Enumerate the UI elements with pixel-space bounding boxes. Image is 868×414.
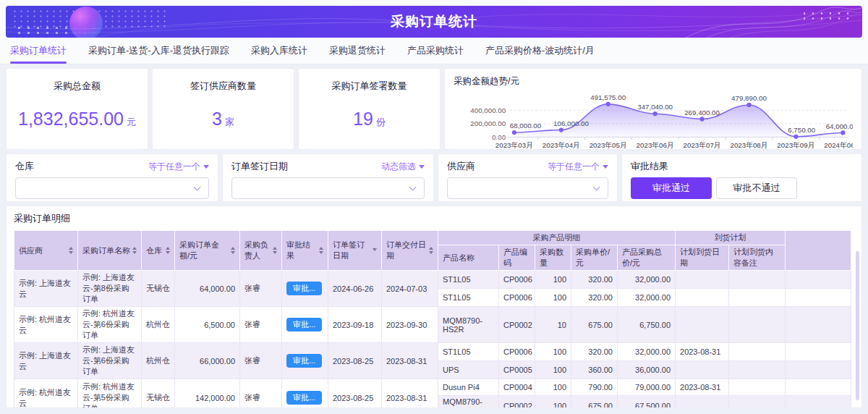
supplier-select[interactable] <box>447 177 608 199</box>
column-group-header: 到货计划 <box>676 231 786 245</box>
chart-title: 采购金额趋势/元 <box>454 75 853 88</box>
cell-empty <box>786 289 851 307</box>
cell-qty: 100 <box>535 361 571 379</box>
filters-row: 仓库 等于任意一个 订单签订日期 动态筛选 供应商 等于任意一个 审批结果 <box>6 153 862 202</box>
chevron-down-icon <box>194 184 201 191</box>
svg-text:400,000.00: 400,000.00 <box>470 106 506 114</box>
cell-total-price: 32,000.00 <box>618 343 676 361</box>
column-header: 产品名称 <box>438 245 499 271</box>
cell-qty: 10 <box>535 307 571 343</box>
sort-icon <box>373 248 377 253</box>
filter-condition-dropdown[interactable]: 等于任意一个 <box>148 161 209 173</box>
cell-product-code: CP0005 <box>499 361 535 379</box>
cell-unit-price: 675.00 <box>571 307 618 343</box>
cell-product-code: CP0006 <box>499 289 535 307</box>
column-header[interactable]: 订单签订日期 <box>328 231 382 271</box>
cell-product-name: ST1L05 <box>438 343 499 361</box>
cell-qty: 100 <box>535 271 571 289</box>
column-header[interactable]: 供应商 <box>14 231 78 271</box>
column-header[interactable]: 采购负责人 <box>240 231 282 271</box>
filter-label: 审批结果 <box>631 160 668 173</box>
cell-owner: 张睿 <box>240 343 282 379</box>
table-scrollbar[interactable] <box>856 251 859 400</box>
data-point <box>793 135 798 139</box>
stat-card-supplier-count: 签订供应商数量 3家 <box>152 68 294 150</box>
svg-text:200,000.00: 200,000.00 <box>470 119 506 127</box>
svg-text:491,575.00: 491,575.00 <box>590 93 626 101</box>
column-header[interactable]: 订单交付日期 <box>382 231 438 271</box>
approval-status-button[interactable]: 审批... <box>286 391 322 405</box>
filter-condition-dropdown[interactable]: 动态筛选 <box>381 161 425 173</box>
cell-warehouse: 杭州仓 <box>142 307 175 343</box>
cell-product-name: MQM8790-HS2R <box>438 307 499 343</box>
cell-plan-arrival-date <box>676 271 729 289</box>
tab-5[interactable]: 产品采购价格-波动统计/月 <box>485 38 595 64</box>
cell-delivery-date: 2023-08-31 <box>382 379 438 409</box>
cell-supplier: 示例: 上海道友云 <box>14 343 78 379</box>
order-detail-panel: 采购订单明细 供应商采购订单名称仓库采购订单金额/元采购负责人审批结果订单签订日… <box>6 206 862 408</box>
cell-unit-price: 675.00 <box>571 396 618 409</box>
svg-text:64,000.00: 64,000.00 <box>826 122 853 130</box>
warehouse-select[interactable] <box>15 177 209 199</box>
tab-1[interactable]: 采购订单-送货-入库-退货执行跟踪 <box>88 38 229 64</box>
cell-plan-arrival-note <box>729 361 786 379</box>
stat-value: 3家 <box>153 109 294 130</box>
caret-down-icon <box>603 165 608 172</box>
caret-down-icon <box>419 165 425 172</box>
approval-fail-button[interactable]: 审批不通过 <box>716 177 797 199</box>
tab-2[interactable]: 采购入库统计 <box>251 38 307 64</box>
sort-icon <box>273 245 277 256</box>
cell-approval: 审批... <box>282 343 328 379</box>
cell-supplier: 示例: 上海道友云 <box>14 271 78 307</box>
approval-pass-button[interactable]: 审批通过 <box>631 177 712 199</box>
data-point <box>841 130 845 135</box>
tab-3[interactable]: 采购退货统计 <box>329 38 386 64</box>
data-point <box>653 111 658 116</box>
column-header: 产品采购总价/元 <box>618 245 676 271</box>
main-content: 采购总金额 1,832,655.00元 签订供应商数量 3家 采购订单签署数量 … <box>0 64 868 414</box>
svg-text:347,040.00: 347,040.00 <box>637 103 673 111</box>
approval-status-button[interactable]: 审批... <box>286 318 322 331</box>
cell-delivery-date: 2024-07-03 <box>382 271 438 307</box>
column-header: 采购数量 <box>535 245 571 271</box>
approval-status-button[interactable]: 审批... <box>286 282 322 295</box>
cell-total-price: 32,000.00 <box>618 289 676 307</box>
cell-product-code: CP0002 <box>499 396 535 409</box>
svg-text:2023年09月: 2023年09月 <box>777 141 814 149</box>
cell-sign-date: 2023-08-25 <box>328 343 382 379</box>
cell-total-price: 79,000.00 <box>618 379 676 396</box>
tab-0[interactable]: 采购订单统计 <box>10 38 67 64</box>
cell-plan-arrival-note <box>729 271 786 289</box>
column-header[interactable]: 审批结果 <box>282 231 328 271</box>
cell-sign-date: 2024-06-26 <box>328 271 382 307</box>
filter-label: 订单签订日期 <box>231 160 288 173</box>
cell-supplier: 示例: 杭州道友云 <box>14 379 78 409</box>
filter-condition-dropdown[interactable]: 等于任意一个 <box>548 161 608 173</box>
stat-unit: 元 <box>127 117 136 127</box>
caret-down-icon <box>203 165 209 172</box>
tab-bar: 采购订单统计采购订单-送货-入库-退货执行跟踪采购入库统计采购退货统计产品采购统… <box>6 38 862 64</box>
table-title: 采购订单明细 <box>14 212 854 225</box>
column-header[interactable]: 采购订单名称 <box>78 231 142 271</box>
cell-product-code: CP0004 <box>499 379 535 396</box>
cell-plan-arrival-date: 2023-08-31 <box>676 343 729 361</box>
cell-warehouse: 无锡仓 <box>142 379 175 409</box>
stat-card-total-amount: 采购总金额 1,832,655.00元 <box>6 68 148 150</box>
column-header[interactable]: 采购订单金额/元 <box>175 231 240 271</box>
stat-value: 1,832,655.00元 <box>7 109 148 130</box>
tab-4[interactable]: 产品采购统计 <box>407 38 464 64</box>
cell-plan-arrival-note <box>729 379 786 396</box>
cell-approval: 审批... <box>282 271 328 307</box>
column-group-header: 采购产品明细 <box>438 231 676 245</box>
svg-text:2023年03月: 2023年03月 <box>495 141 533 149</box>
sign-date-select[interactable] <box>231 177 425 199</box>
cell-plan-arrival-date <box>676 396 729 409</box>
column-header: 计划到货内容备注 <box>729 245 786 271</box>
sort-icon <box>429 245 433 256</box>
cell-unit-price: 320.00 <box>571 271 618 289</box>
cell-qty: 100 <box>535 379 571 396</box>
purchase-order-table: 供应商采购订单名称仓库采购订单金额/元采购负责人审批结果订单签订日期订单交付日期… <box>14 230 851 408</box>
data-point <box>512 130 516 135</box>
approval-status-button[interactable]: 审批... <box>286 354 322 368</box>
column-header[interactable]: 仓库 <box>142 231 175 271</box>
